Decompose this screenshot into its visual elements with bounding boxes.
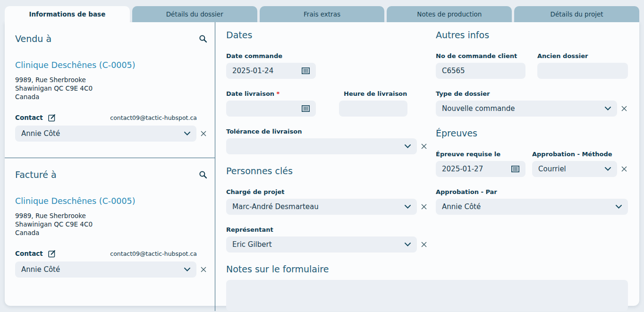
proof-required-value: 2025-01-27 — [442, 165, 483, 173]
sold-to-contact-select-row: Annie Côté — [15, 126, 207, 142]
search-icon[interactable] — [199, 170, 207, 179]
billed-to-header: Facturé à — [15, 169, 207, 181]
tab-details-du-projet[interactable]: Détails du projet — [514, 6, 639, 22]
selected-contact: Annie Côté — [21, 265, 60, 274]
representative-value: Eric Gilbert — [232, 240, 272, 249]
sold-to-contact-row: Contact contact09@tactic-hubspot.ca — [15, 114, 197, 122]
old-file-label: Ancien dossier — [537, 52, 628, 60]
details-panel: Dates Date commande 2025-01-24 Date livr… — [215, 22, 640, 311]
delivery-date-label: Date livraison * — [226, 90, 316, 98]
chevron-down-icon — [605, 167, 611, 171]
billed-to-contact-select-row: Annie Côté — [15, 261, 207, 278]
form-notes-textarea[interactable] — [226, 280, 628, 311]
approval-method-select-row: Courriel — [532, 161, 628, 177]
proof-required-field[interactable]: 2025-01-27 — [436, 161, 525, 177]
chevron-down-icon — [405, 144, 411, 148]
sold-to-address: 9989, Rue Sherbrooke Shawinigan QC C9E 4… — [15, 76, 207, 101]
infos-proofs-column: Autres infos No de commande client Ancie… — [436, 29, 628, 253]
delivery-date-field[interactable] — [226, 101, 316, 117]
representative-select[interactable]: Eric Gilbert — [226, 236, 417, 253]
tolerance-label: Tolérance de livraison — [226, 128, 428, 135]
billed-to-address: 9989, Rue Sherbrooke Shawinigan QC C9E 4… — [15, 212, 207, 237]
chevron-down-icon — [184, 268, 190, 271]
old-file-input[interactable] — [537, 63, 628, 79]
approval-by-label: Approbation - Par — [436, 188, 628, 196]
approval-method-select[interactable]: Courriel — [532, 161, 617, 177]
client-order-input[interactable] — [436, 63, 525, 79]
approval-method-value: Courriel — [538, 165, 566, 173]
project-manager-label: Chargé de projet — [226, 188, 428, 196]
tolerance-select-row — [226, 138, 428, 154]
search-icon[interactable] — [199, 34, 207, 43]
proofs-title: Épreuves — [436, 127, 628, 139]
dates-title: Dates — [226, 29, 428, 41]
address-line: Canada — [15, 93, 207, 101]
contact-label: Contact — [15, 250, 43, 257]
chevron-down-icon — [405, 205, 411, 209]
project-manager-select[interactable]: Marc-André Desmarteau — [226, 199, 417, 215]
delivery-time-group: Heure de livraison — [339, 79, 407, 117]
tab-bar: Informations de base Détails du dossier … — [0, 0, 644, 22]
address-line: Shawinigan QC C9E 4C0 — [15, 220, 207, 229]
clear-icon[interactable] — [420, 203, 428, 211]
clear-icon[interactable] — [420, 143, 428, 150]
dates-people-column: Dates Date commande 2025-01-24 Date livr… — [226, 29, 428, 253]
form-notes-title: Notes sur le formulaire — [226, 263, 628, 275]
representative-select-row: Eric Gilbert — [226, 236, 428, 253]
chevron-down-icon — [405, 243, 411, 246]
contact-email: contact09@tactic-hubspot.ca — [110, 250, 197, 257]
form-card: Vendu à Clinique Deschênes (C-0005) 9989… — [5, 22, 639, 306]
client-order-group: No de commande client — [436, 41, 525, 79]
proof-required-label: Épreuve requise le — [436, 151, 525, 158]
calendar-icon[interactable] — [302, 105, 310, 112]
parties-panel: Vendu à Clinique Deschênes (C-0005) 9989… — [5, 22, 215, 311]
clear-icon[interactable] — [200, 130, 207, 137]
client-order-label: No de commande client — [436, 52, 525, 60]
sold-to-header: Vendu à — [15, 33, 207, 45]
file-type-value: Nouvelle commande — [442, 104, 515, 113]
contact-email: contact09@tactic-hubspot.ca — [110, 114, 197, 121]
billed-to-contact-row: Contact contact09@tactic-hubspot.ca — [15, 250, 197, 258]
order-date-value: 2025-01-24 — [232, 67, 273, 75]
approval-method-group: Approbation - Méthode Courriel — [532, 139, 628, 177]
project-manager-value: Marc-André Desmarteau — [232, 202, 319, 211]
calendar-icon[interactable] — [302, 67, 310, 74]
selected-contact: Annie Côté — [21, 129, 60, 138]
chevron-down-icon — [605, 107, 611, 110]
delivery-time-input[interactable] — [339, 101, 407, 117]
address-line: 9989, Rue Sherbrooke — [15, 76, 207, 84]
order-date-field[interactable]: 2025-01-24 — [226, 63, 316, 79]
edit-icon[interactable] — [48, 250, 56, 258]
tolerance-select[interactable] — [226, 138, 417, 154]
address-line: Shawinigan QC C9E 4C0 — [15, 84, 207, 93]
billed-to-company-link[interactable]: Clinique Deschênes (C-0005) — [15, 196, 207, 206]
billed-to-contact-select[interactable]: Annie Côté — [15, 261, 196, 278]
tab-notes-de-production[interactable]: Notes de production — [387, 6, 512, 22]
clear-icon[interactable] — [620, 165, 628, 173]
chevron-down-icon — [184, 132, 190, 135]
other-info-title: Autres infos — [436, 29, 628, 41]
chevron-down-icon — [616, 205, 622, 209]
approval-method-label: Approbation - Méthode — [532, 151, 628, 158]
sold-to-company-link[interactable]: Clinique Deschênes (C-0005) — [15, 60, 207, 70]
billed-to-title: Facturé à — [15, 169, 57, 181]
order-form-page: Informations de base Détails du dossier … — [0, 0, 644, 312]
tab-informations-de-base[interactable]: Informations de base — [5, 6, 130, 22]
representative-label: Représentant — [226, 226, 428, 234]
sold-to-contact-select[interactable]: Annie Côté — [15, 126, 196, 142]
address-line: Canada — [15, 229, 207, 237]
tab-details-du-dossier[interactable]: Détails du dossier — [132, 6, 257, 22]
delivery-time-label: Heure de livraison — [339, 90, 407, 98]
clear-icon[interactable] — [620, 105, 628, 112]
order-date-label: Date commande — [226, 52, 428, 60]
delivery-date-group: Date livraison * — [226, 79, 316, 117]
edit-icon[interactable] — [48, 114, 56, 122]
approval-by-select[interactable]: Annie Côté — [436, 199, 628, 215]
calendar-icon[interactable] — [511, 166, 519, 172]
tab-frais-extras[interactable]: Frais extras — [260, 6, 385, 22]
file-type-select[interactable]: Nouvelle commande — [436, 101, 617, 117]
file-type-select-row: Nouvelle commande — [436, 101, 628, 117]
clear-icon[interactable] — [420, 241, 428, 248]
clear-icon[interactable] — [200, 266, 207, 273]
address-line: 9989, Rue Sherbrooke — [15, 212, 207, 220]
